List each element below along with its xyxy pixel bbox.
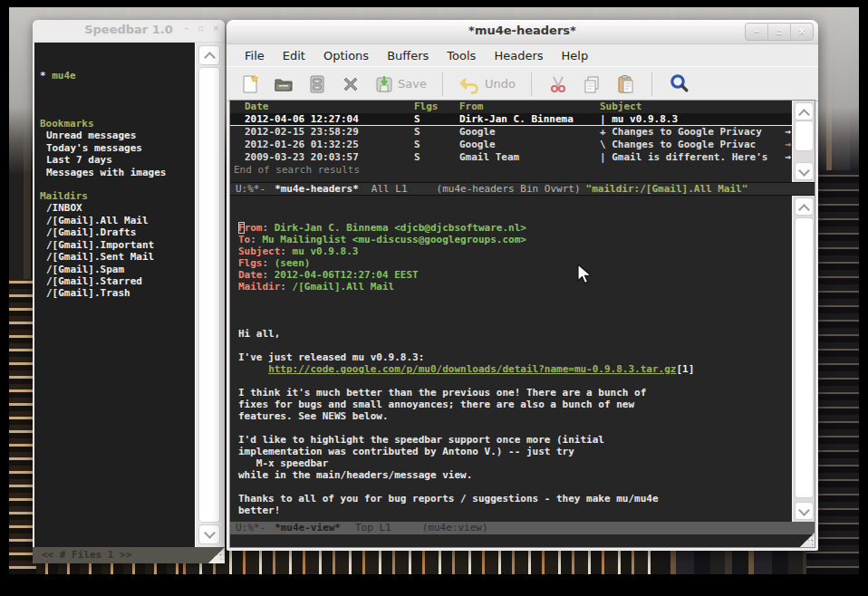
toolbar-paste-button[interactable] (614, 73, 636, 95)
message-link[interactable]: http://code.google.com/p/mu0/downloads/d… (268, 363, 676, 375)
speedbar-item[interactable]: /[Gmail].Starred (40, 275, 195, 287)
speedbar-item[interactable]: /[Gmail].Trash (40, 287, 195, 299)
header-flags: S (414, 151, 420, 164)
field-value: (seen) (275, 257, 311, 269)
modeline-position: Top L1 (355, 522, 391, 534)
menu-help[interactable]: Help (553, 47, 598, 64)
speedbar-item[interactable]: /[Gmail].All Mail (40, 215, 195, 226)
footnote-ref: [1] (676, 363, 694, 375)
headers-row[interactable]: 2012-04-06 12:27:04SDirk-Jan C. Binnema|… (230, 113, 793, 126)
speedbar-item[interactable]: /[Gmail].Important (40, 239, 195, 251)
search-icon (668, 72, 691, 96)
header-subject: + Changes to Google Privacy (600, 126, 762, 139)
toolbar-close-buffer-button[interactable] (340, 73, 362, 95)
message-body-line: http://code.google.com/p/mu0/downloads/d… (238, 363, 793, 375)
speedbar-status-bar[interactable]: << # Files 1 >> (33, 547, 225, 563)
chevron-down-icon (798, 165, 810, 177)
speedbar-item[interactable]: Last 7 days (40, 154, 195, 166)
header-from: Dirk-Jan C. Binnema (459, 113, 574, 125)
field-value: Mu Mailinglist <mu-discuss@googlegroups.… (263, 234, 526, 245)
toolbar-separator (531, 72, 532, 96)
message-body-line: fixes for bugs and small annoyances; the… (238, 399, 793, 410)
speedbar-item[interactable]: Unread messages (40, 130, 195, 141)
view-scrollbar-thumb[interactable] (795, 217, 814, 498)
speedbar-scrollbar[interactable] (195, 43, 223, 547)
emacs-maximize-button[interactable]: ▫ (767, 24, 790, 40)
message-field: Subject: mu v0.9.8.3 (238, 245, 793, 257)
headers-scroll-down-button[interactable] (795, 162, 814, 180)
modeline-buffer-name: *mu4e-headers* (275, 183, 359, 195)
menu-edit[interactable]: Edit (274, 47, 314, 64)
menu-buffers[interactable]: Buffers (378, 47, 438, 64)
toolbar-cut-button[interactable] (547, 73, 569, 95)
message-body-line: better! (238, 505, 793, 516)
view-scrollbar[interactable] (792, 196, 815, 522)
headers-scrollbar[interactable] (792, 101, 815, 182)
save-label: Save (398, 77, 427, 91)
header-from: Gmail Team (459, 151, 519, 164)
headers-scroll-up-button[interactable] (795, 102, 814, 120)
header-from: Google (459, 126, 496, 139)
speedbar-item[interactable]: Messages with images (40, 167, 195, 178)
speedbar-item[interactable]: /[Gmail].Spam (40, 264, 195, 275)
menu-options[interactable]: Options (314, 47, 378, 64)
view-scroll-up-button[interactable] (795, 197, 814, 216)
header-flags: S (414, 139, 420, 151)
field-label: To (238, 234, 250, 245)
toolbar-new-file-button[interactable] (239, 73, 261, 95)
field-value: /[Gmail].All Mail (293, 281, 395, 293)
column-date: Date (245, 101, 269, 113)
message-body-line (238, 481, 793, 493)
speedbar-item[interactable]: Today's messages (40, 142, 195, 154)
headers-row[interactable]: 2012-02-15 23:58:29SGoogle+ Changes to G… (230, 126, 793, 139)
speedbar-item[interactable]: /INBOX (40, 202, 195, 214)
minibuffer-echo-area[interactable] (230, 534, 815, 547)
speedbar-maximize-button[interactable]: ▫ (198, 24, 203, 33)
speedbar-scroll-up-button[interactable] (198, 45, 220, 65)
headers-scrollbar-thumb[interactable] (795, 120, 814, 151)
speedbar-titlebar[interactable]: Speedbar 1.0 – ▫ × (33, 20, 225, 43)
close-x-icon (340, 73, 362, 95)
speedbar-root-marker: * (40, 70, 46, 82)
headers-row[interactable]: 2012-01-26 01:32:25SGoogle\ Changes to G… (230, 139, 793, 151)
emacs-window: *mu4e-headers* – ▫ × FileEditOptionsBuff… (227, 20, 818, 551)
message-field: Maildir: /[Gmail].All Mail (238, 281, 793, 293)
column-from: From (459, 101, 484, 113)
toolbar-copy-button[interactable] (581, 73, 603, 95)
view-scroll-down-button[interactable] (795, 502, 814, 520)
speedbar-item[interactable]: /[Gmail].Sent Mail (40, 251, 195, 263)
speedbar-root-label: mu4e (52, 70, 76, 82)
header-from: Google (459, 139, 496, 151)
chevron-down-icon (204, 527, 216, 539)
modeline-prefix: U:%*- (236, 183, 265, 195)
menu-file[interactable]: File (236, 47, 274, 64)
message-field: Date: 2012-04-06T12:27:04 EEST (238, 269, 793, 281)
mu4e-view-pane: From: Dirk-Jan C. Binnema <djcb@djcbsoft… (230, 196, 793, 522)
speedbar-scroll-down-button[interactable] (198, 524, 220, 544)
speedbar-scrollbar-thumb[interactable] (198, 67, 220, 523)
menu-tools[interactable]: Tools (438, 47, 485, 64)
toolbar-save-button[interactable]: Save (373, 73, 427, 95)
speedbar-root-item[interactable]: * mu4e (40, 70, 195, 82)
message-body-line: I'd like to highlight the speedbar suppo… (238, 434, 793, 446)
speedbar-item[interactable]: /[Gmail].Drafts (40, 226, 195, 238)
truncation-arrow-icon: → (785, 126, 791, 139)
toolbar-search-button[interactable] (668, 72, 691, 96)
toolbar-open-folder-button[interactable] (273, 73, 294, 95)
emacs-close-button[interactable]: × (790, 24, 813, 40)
menubar: FileEditOptionsBuffersToolsHeadersHelp (227, 44, 818, 66)
toolbar-file-cabinet-button[interactable] (306, 73, 328, 95)
paste-clipboard-icon (614, 73, 636, 95)
headers-row[interactable]: 2009-03-23 20:03:57SGmail Team| Gmail is… (230, 151, 793, 164)
speedbar-close-button[interactable]: × (212, 24, 219, 33)
speedbar-minimize-button[interactable]: – (185, 24, 189, 33)
emacs-minimize-button[interactable]: – (746, 24, 767, 40)
speedbar-tree: * mu4e BookmarksUnread messagesToday's m… (34, 43, 195, 547)
emacs-titlebar[interactable]: *mu4e-headers* – ▫ × (227, 20, 818, 44)
end-of-results-text: End of search results (230, 164, 793, 177)
menu-headers[interactable]: Headers (485, 47, 552, 64)
message-field: From: Dirk-Jan C. Binnema <djcb@djcbsoft… (238, 222, 793, 234)
header-date: 2009-03-23 20:03:57 (245, 151, 359, 164)
message-body-line: M-x speedbar (238, 457, 793, 469)
toolbar-undo-button[interactable]: Undo (458, 73, 516, 95)
